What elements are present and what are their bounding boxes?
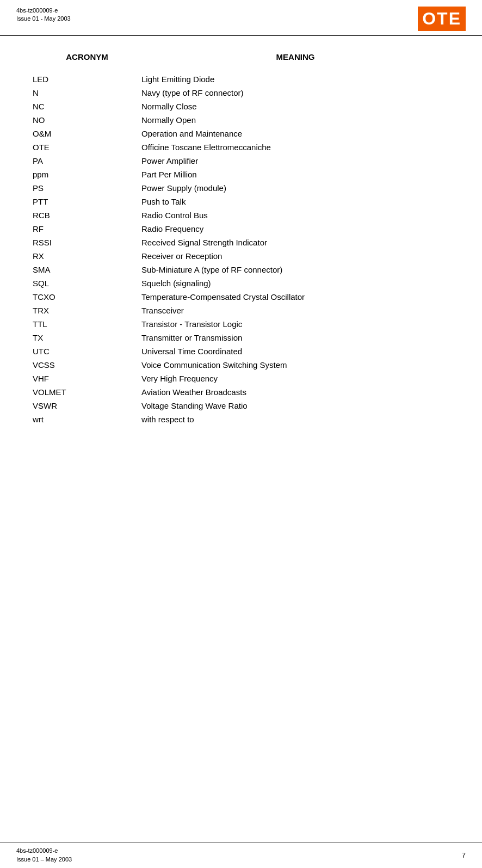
cell-acronym: VOLMET — [33, 387, 141, 397]
cell-acronym: RSSI — [33, 238, 141, 247]
cell-meaning: Transceiver — [141, 306, 449, 315]
acronym-table: LEDLight Emitting DiodeNNavy (type of RF… — [33, 72, 449, 426]
cell-acronym: NC — [33, 102, 141, 111]
table-row: O&MOperation and Maintenance — [33, 127, 449, 140]
cell-meaning: Power Supply (module) — [141, 183, 449, 193]
cell-acronym: TCXO — [33, 292, 141, 301]
table-row: SMASub-Miniature A (type of RF connector… — [33, 263, 449, 276]
footer-issue: Issue 01 – May 2003 — [16, 855, 72, 864]
cell-meaning: Normally Open — [141, 115, 449, 125]
table-header: ACRONYM MEANING — [33, 52, 449, 68]
cell-meaning: Sub-Miniature A (type of RF connector) — [141, 265, 449, 274]
table-row: wrtwith respect to — [33, 413, 449, 426]
col-meaning-header: MEANING — [141, 52, 449, 61]
table-row: RFRadio Frequency — [33, 222, 449, 236]
cell-acronym: VSWR — [33, 401, 141, 410]
cell-meaning: with respect to — [141, 415, 449, 424]
cell-meaning: Officine Toscane Elettromeccaniche — [141, 143, 449, 152]
cell-acronym: SMA — [33, 265, 141, 274]
logo-text: OTE — [422, 9, 461, 28]
cell-acronym: ppm — [33, 170, 141, 179]
main-content: ACRONYM MEANING LEDLight Emitting DiodeN… — [0, 36, 482, 448]
table-row: VSWRVoltage Standing Wave Ratio — [33, 399, 449, 413]
cell-meaning: Aviation Weather Broadcasts — [141, 387, 449, 397]
page-footer: 4bs-tz000009-e Issue 01 – May 2003 7 — [0, 842, 482, 868]
cell-meaning: Very High Frequency — [141, 374, 449, 383]
table-row: TTLTransistor - Transistor Logic — [33, 317, 449, 331]
footer-doc-info: 4bs-tz000009-e Issue 01 – May 2003 — [16, 847, 72, 864]
cell-acronym: TTL — [33, 319, 141, 329]
cell-meaning: Transistor - Transistor Logic — [141, 319, 449, 329]
header-doc-id: 4bs-tz000009-e — [16, 7, 71, 15]
cell-meaning: Universal Time Coordinated — [141, 347, 449, 356]
table-row: SQLSquelch (signaling) — [33, 276, 449, 290]
header-issue: Issue 01 - May 2003 — [16, 15, 71, 23]
cell-meaning: Temperature-Compensated Crystal Oscillat… — [141, 292, 449, 301]
cell-meaning: Normally Close — [141, 102, 449, 111]
col-acronym-header: ACRONYM — [33, 52, 141, 61]
table-row: RXReceiver or Reception — [33, 249, 449, 263]
table-row: RCBRadio Control Bus — [33, 208, 449, 222]
table-row: NONormally Open — [33, 113, 449, 127]
table-row: LEDLight Emitting Diode — [33, 72, 449, 86]
cell-acronym: PS — [33, 183, 141, 193]
table-row: PTTPush to Talk — [33, 195, 449, 208]
cell-acronym: N — [33, 88, 141, 97]
cell-acronym: NO — [33, 115, 141, 125]
cell-acronym: VCSS — [33, 360, 141, 370]
cell-acronym: UTC — [33, 347, 141, 356]
table-row: TCXOTemperature-Compensated Crystal Osci… — [33, 290, 449, 304]
table-row: TXTransmitter or Transmission — [33, 331, 449, 344]
table-row: RSSIReceived Signal Strength Indicator — [33, 236, 449, 249]
table-row: NCNormally Close — [33, 100, 449, 113]
cell-meaning: Navy (type of RF connector) — [141, 88, 449, 97]
cell-acronym: LED — [33, 75, 141, 84]
table-row: PSPower Supply (module) — [33, 181, 449, 195]
cell-meaning: Radio Control Bus — [141, 211, 449, 220]
cell-acronym: OTE — [33, 143, 141, 152]
cell-meaning: Power Amplifier — [141, 156, 449, 165]
table-row: VHFVery High Frequency — [33, 372, 449, 385]
cell-meaning: Voltage Standing Wave Ratio — [141, 401, 449, 410]
table-row: OTEOfficine Toscane Elettromeccaniche — [33, 140, 449, 154]
cell-acronym: TRX — [33, 306, 141, 315]
cell-meaning: Received Signal Strength Indicator — [141, 238, 449, 247]
cell-acronym: TX — [33, 333, 141, 342]
table-row: VOLMETAviation Weather Broadcasts — [33, 385, 449, 399]
cell-meaning: Receiver or Reception — [141, 251, 449, 261]
table-row: UTCUniversal Time Coordinated — [33, 344, 449, 358]
cell-acronym: wrt — [33, 415, 141, 424]
cell-meaning: Voice Communication Switching System — [141, 360, 449, 370]
cell-meaning: Push to Talk — [141, 197, 449, 206]
footer-doc-id: 4bs-tz000009-e — [16, 847, 72, 855]
cell-acronym: SQL — [33, 279, 141, 288]
cell-meaning: Radio Frequency — [141, 224, 449, 233]
table-row: NNavy (type of RF connector) — [33, 86, 449, 100]
cell-meaning: Part Per Million — [141, 170, 449, 179]
cell-acronym: O&M — [33, 129, 141, 138]
cell-acronym: RCB — [33, 211, 141, 220]
cell-meaning: Light Emitting Diode — [141, 75, 449, 84]
table-row: VCSSVoice Communication Switching System — [33, 358, 449, 372]
page-number: 7 — [462, 851, 466, 859]
cell-acronym: RX — [33, 251, 141, 261]
table-row: PAPower Amplifier — [33, 154, 449, 168]
cell-meaning: Operation and Maintenance — [141, 129, 449, 138]
table-row: TRXTransceiver — [33, 304, 449, 317]
cell-acronym: PA — [33, 156, 141, 165]
cell-acronym: RF — [33, 224, 141, 233]
ote-logo: OTE — [418, 7, 466, 31]
page-header: 4bs-tz000009-e Issue 01 - May 2003 OTE — [0, 0, 482, 36]
cell-acronym: PTT — [33, 197, 141, 206]
table-row: ppmPart Per Million — [33, 168, 449, 181]
cell-acronym: VHF — [33, 374, 141, 383]
header-doc-info: 4bs-tz000009-e Issue 01 - May 2003 — [16, 7, 71, 23]
cell-meaning: Transmitter or Transmission — [141, 333, 449, 342]
cell-meaning: Squelch (signaling) — [141, 279, 449, 288]
